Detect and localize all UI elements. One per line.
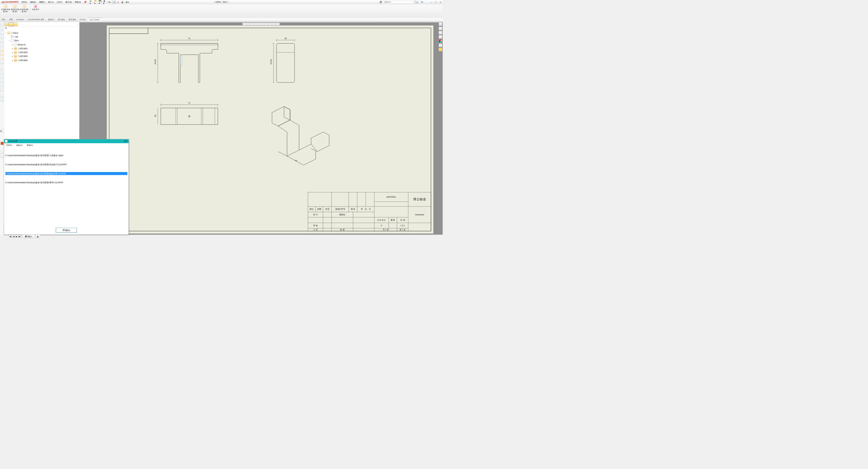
- ltool-12[interactable]: [1, 71, 3, 74]
- drawing-sheet[interactable]: 71 49.50 20 49.50: [106, 25, 434, 234]
- fm-tab-tree[interactable]: [4, 22, 8, 26]
- ltool-15[interactable]: [1, 84, 3, 87]
- minimize-button[interactable]: —: [430, 0, 433, 3]
- help-icon[interactable]: ?▾: [421, 1, 423, 3]
- tab-dimxpert[interactable]: DimXpert: [15, 18, 26, 21]
- ltool-10[interactable]: [1, 61, 3, 64]
- tab-kytool[interactable]: KYTool: [78, 18, 87, 21]
- ltool-1[interactable]: [1, 23, 3, 26]
- tab-sketch[interactable]: 草图: [7, 18, 15, 21]
- ltool-13[interactable]: [1, 76, 3, 79]
- menu-insert[interactable]: 插入(I): [46, 0, 55, 4]
- start-button[interactable]: 开始(S): [56, 228, 77, 233]
- tp-home-icon[interactable]: [439, 23, 442, 26]
- tree-format[interactable]: ▸图纸格式1: [11, 43, 79, 46]
- search-button[interactable]: 🔍▾: [414, 0, 419, 3]
- dialog-close-button[interactable]: ✕: [124, 140, 128, 142]
- sheet-tab-1[interactable]: 🗐 图纸1: [22, 235, 35, 238]
- ribbon-multi2[interactable]: 多实体 转装配 体2: [10, 5, 20, 12]
- new-button[interactable]: 🗋▾: [90, 0, 93, 3]
- tab-xinghe[interactable]: 星河钣金: [67, 18, 78, 21]
- rebuild-button[interactable]: ●: [117, 0, 120, 3]
- select-button[interactable]: ⬚▾: [112, 0, 116, 3]
- ltool-14[interactable]: [1, 80, 3, 83]
- tree-view2[interactable]: ▸工程图视图2: [11, 51, 79, 54]
- tab-cadcarry[interactable]: CAD-CARRY: [88, 18, 102, 21]
- ltool-3[interactable]: [1, 32, 3, 34]
- tree-annot[interactable]: 注解: [8, 35, 79, 39]
- ltool-20[interactable]: [1, 151, 3, 154]
- dialog-menu-file[interactable]: 文件(F): [4, 143, 14, 147]
- ltool-9[interactable]: [1, 57, 3, 60]
- menu-view[interactable]: 视图(V): [37, 0, 46, 4]
- menu-file[interactable]: 文件(F): [20, 0, 29, 4]
- open-button[interactable]: 📂▾: [94, 0, 98, 3]
- fm-chevron-icon[interactable]: ›: [77, 23, 78, 25]
- ribbon-multi1[interactable]: 多实体 转装配 体1: [1, 5, 10, 12]
- menu-edit[interactable]: 编辑(E): [29, 0, 38, 4]
- ltool-5[interactable]: [1, 40, 3, 43]
- tab-boshi[interactable]: 博士钣金: [56, 18, 67, 21]
- maximize-button[interactable]: ☐: [434, 0, 437, 3]
- ltool-17[interactable]: [1, 94, 3, 97]
- tree-view4[interactable]: ▸工程图视图4: [11, 58, 79, 62]
- tp-appearance-icon[interactable]: [439, 39, 442, 43]
- pin-icon[interactable]: 📌: [84, 1, 87, 3]
- graphics-area[interactable]: 71 49.50 20 49.50: [79, 22, 442, 234]
- search-doc-icon[interactable]: 🗐: [380, 1, 382, 3]
- search-input[interactable]: [383, 1, 413, 3]
- ltool-11[interactable]: [1, 67, 3, 70]
- tab-addins[interactable]: SOLIDWORKS 插件: [26, 18, 46, 21]
- tab-feature[interactable]: 特征: [0, 18, 7, 21]
- tab-sheetmetal[interactable]: 钣金(H): [46, 18, 56, 21]
- dialog-file-list[interactable]: C:\Users\Administrator\Desktop\钣金\演示模型\工…: [4, 147, 129, 225]
- tree-root[interactable]: −工装钣金: [5, 31, 79, 35]
- tp-props-icon[interactable]: [439, 44, 442, 47]
- tp-forum-icon[interactable]: [439, 48, 442, 51]
- options-button[interactable]: ▥: [121, 0, 125, 3]
- ltool-2[interactable]: [1, 27, 3, 30]
- tree-sheet1[interactable]: −图纸1: [8, 39, 79, 43]
- ltool-4[interactable]: [1, 36, 3, 39]
- print-button[interactable]: 🖨▾: [103, 0, 107, 3]
- drawing-view-3[interactable]: 71 20: [156, 102, 222, 132]
- file-row-2[interactable]: C:\Users\Administrator\Desktop\钣金\演示模型\超…: [5, 172, 127, 175]
- fm-filter[interactable]: [4, 27, 79, 30]
- sheet-add[interactable]: ◧: [36, 235, 40, 238]
- sheet-prev[interactable]: ◀: [12, 235, 15, 237]
- tree-view3[interactable]: ▸工程图视图3: [11, 55, 79, 58]
- fm-tab-prop[interactable]: [9, 22, 13, 26]
- ltool-7[interactable]: [1, 48, 3, 51]
- fm-tab-config[interactable]: [13, 22, 18, 26]
- tp-resources-icon[interactable]: [439, 27, 442, 30]
- drawing-view-1[interactable]: 71 49.50: [156, 37, 222, 87]
- save-button[interactable]: 💾▾: [99, 0, 102, 3]
- sheet-last[interactable]: ⏭: [18, 235, 21, 237]
- drawing-view-4[interactable]: [265, 103, 332, 164]
- ribbon-sim[interactable]: 仿真 助手: [31, 5, 40, 10]
- menu-window[interactable]: 窗口(W): [64, 0, 73, 4]
- drawing-view-2[interactable]: 20 49.50: [268, 37, 301, 87]
- close-button[interactable]: ✕: [439, 0, 442, 3]
- ltool-8[interactable]: [1, 53, 3, 56]
- file-row-3[interactable]: C:\Users\Administrator\Desktop\钣金\演示模型\零…: [5, 181, 127, 184]
- dialog-menu-help[interactable]: 帮助(H): [25, 143, 35, 147]
- tree-view1[interactable]: ▸工程图视图1: [11, 46, 79, 51]
- settings-button[interactable]: ⚙▾: [126, 0, 129, 3]
- sheet-next[interactable]: ▶: [16, 235, 18, 237]
- ltool-21[interactable]: [1, 155, 3, 158]
- tp-explorer-icon[interactable]: [439, 35, 442, 38]
- menu-tools[interactable]: 工具(T): [55, 0, 64, 4]
- ltool-record[interactable]: [1, 142, 3, 145]
- undo-button[interactable]: ↶▾: [107, 0, 111, 3]
- ltool-6[interactable]: [1, 44, 3, 47]
- ltool-16[interactable]: [1, 88, 3, 91]
- ribbon-multi3[interactable]: 多实体 转装配 体3: [20, 5, 29, 12]
- file-row-1[interactable]: C:\Users\Administrator\Desktop\钣金\演示模型\挡…: [5, 163, 127, 166]
- ltool-19[interactable]: ▶: [1, 130, 3, 133]
- file-row-0[interactable]: C:\Users\Administrator\Desktop\钣金\演示模型\工…: [5, 154, 127, 157]
- ltool-18[interactable]: [1, 99, 3, 102]
- dialog-titlebar[interactable]: 自动工程图 ✕: [4, 139, 129, 143]
- menu-help[interactable]: 帮助(H): [73, 0, 83, 4]
- dialog-menu-option[interactable]: 选项(O): [14, 143, 25, 147]
